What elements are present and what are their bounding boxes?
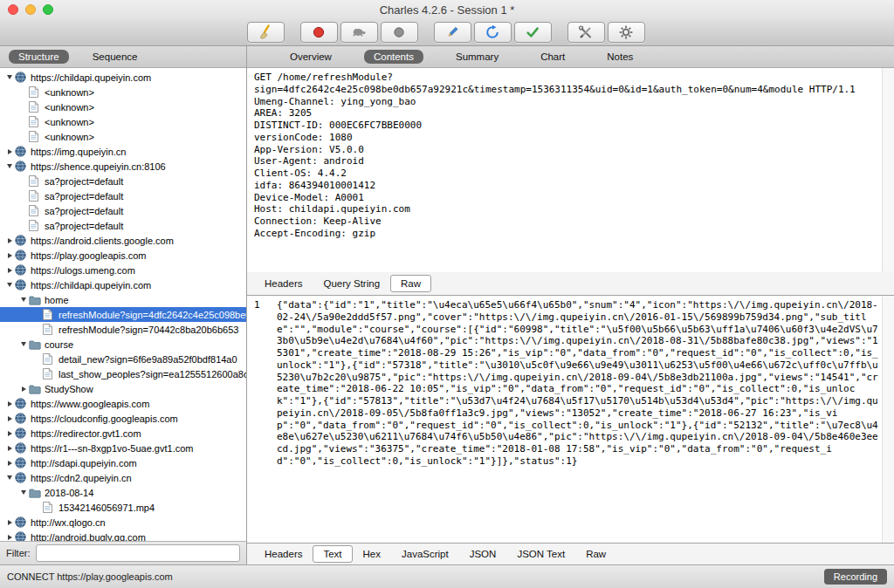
response-tab-raw[interactable]: Raw bbox=[575, 545, 616, 563]
tools-button[interactable] bbox=[567, 22, 605, 43]
tree-item[interactable]: http://android.bugly.qq.com bbox=[0, 530, 246, 541]
main-tab-chart[interactable]: Chart bbox=[531, 50, 574, 64]
request-tab-query-string[interactable]: Query String bbox=[313, 275, 390, 292]
chevron-right-icon[interactable] bbox=[4, 520, 15, 525]
response-tab-hex[interactable]: Hex bbox=[353, 545, 391, 563]
request-tab-headers[interactable]: Headers bbox=[254, 275, 313, 292]
response-pane[interactable]: 1 {"data":{"id":"1","title":"\u4eca\u65e… bbox=[247, 296, 894, 543]
validate-button[interactable] bbox=[514, 22, 552, 43]
chevron-right-icon[interactable] bbox=[4, 268, 15, 273]
tree-item[interactable]: sa?project=default bbox=[0, 188, 246, 203]
tree-item[interactable]: <unknown> bbox=[0, 85, 246, 99]
tree-item[interactable]: https://cdn2.qupeiyin.cn bbox=[0, 470, 246, 485]
sidebar-tab-sequence[interactable]: Sequence bbox=[83, 50, 148, 64]
tree-item[interactable]: 2018-08-14 bbox=[0, 485, 246, 500]
chevron-right-icon[interactable] bbox=[4, 461, 15, 466]
tree-item[interactable]: sa?project=default bbox=[0, 203, 246, 218]
tree-item[interactable]: refreshModule?sign=4dfc2642c4e25c098be0d… bbox=[0, 307, 246, 322]
tree-item[interactable]: sa?project=default bbox=[0, 174, 246, 188]
chevron-right-icon[interactable] bbox=[4, 431, 15, 436]
response-scrollbar[interactable] bbox=[882, 296, 894, 543]
response-tab-json-text[interactable]: JSON Text bbox=[506, 545, 575, 563]
globe-icon bbox=[15, 442, 29, 454]
sidebar-tab-structure[interactable]: Structure bbox=[9, 50, 69, 64]
record-button[interactable] bbox=[300, 22, 338, 43]
line-number-gutter: 1 bbox=[247, 296, 273, 543]
toolbar-buttons bbox=[247, 22, 648, 43]
tree-item[interactable]: StudyShow bbox=[0, 381, 246, 396]
tree-item[interactable]: https://img.qupeiyin.cn bbox=[0, 144, 246, 159]
chevron-right-icon[interactable] bbox=[4, 238, 15, 243]
tree-item[interactable]: http://wx.qlogo.cn bbox=[0, 515, 246, 530]
breakpoints-button[interactable] bbox=[381, 22, 418, 43]
tree-item[interactable]: 15342146056971.mp4 bbox=[0, 500, 246, 515]
tree-item[interactable]: https://shence.qupeiyin.cn:8106 bbox=[0, 159, 246, 174]
chevron-down-icon[interactable] bbox=[18, 490, 29, 495]
tree-item[interactable]: https://r1---sn-8xgp1vo-5uae.gvt1.com bbox=[0, 441, 246, 455]
main-tabs: OverviewContentsSummaryChartNotes bbox=[247, 46, 894, 68]
tree-item-label: home bbox=[43, 295, 69, 305]
tree-item[interactable]: https://cloudconfig.googleapis.com bbox=[0, 411, 246, 426]
chevron-right-icon[interactable] bbox=[4, 446, 15, 451]
chevron-right-icon[interactable] bbox=[4, 416, 15, 421]
request-pane[interactable]: GET /home/refreshModule?sign=4dfc2642c4e… bbox=[247, 68, 894, 272]
main-tab-summary[interactable]: Summary bbox=[446, 50, 508, 64]
tree-item[interactable]: last_show_peoples?sign=ea1255512600a8c bbox=[0, 366, 246, 381]
tree-item[interactable]: <unknown> bbox=[0, 99, 246, 114]
request-scrollbar[interactable] bbox=[882, 68, 894, 272]
chevron-right-icon[interactable] bbox=[4, 401, 15, 407]
compose-button[interactable] bbox=[434, 22, 471, 43]
tree-item[interactable]: https://ulogs.umeng.com bbox=[0, 263, 246, 277]
tree-item[interactable]: <unknown> bbox=[0, 129, 246, 144]
chevron-down-icon[interactable] bbox=[4, 75, 15, 79]
doc-icon bbox=[29, 190, 43, 202]
response-tab-javascript[interactable]: JavaScript bbox=[391, 545, 459, 563]
repeat-button[interactable] bbox=[474, 22, 512, 43]
tree-item[interactable]: https://redirector.gvt1.com bbox=[0, 426, 246, 441]
response-tab-text[interactable]: Text bbox=[313, 545, 352, 563]
tree-item[interactable]: https://android.clients.google.com bbox=[0, 233, 246, 248]
chevron-down-icon[interactable] bbox=[4, 475, 15, 480]
tools-icon bbox=[578, 24, 594, 40]
chevron-down-icon[interactable] bbox=[18, 342, 29, 346]
tree-item[interactable]: https://play.googleapis.com bbox=[0, 248, 246, 263]
tree-item[interactable]: detail_new?sign=6f6e9a89a52f0bdf814a0 bbox=[0, 352, 246, 366]
chevron-right-icon[interactable] bbox=[18, 386, 29, 392]
tree-item[interactable]: https://childapi.qupeiyin.com bbox=[0, 70, 246, 85]
tree-item[interactable]: <unknown> bbox=[0, 114, 246, 129]
close-button[interactable] bbox=[8, 4, 18, 15]
filter-input[interactable] bbox=[36, 544, 241, 562]
chevron-down-icon[interactable] bbox=[18, 297, 29, 302]
request-tree[interactable]: https://childapi.qupeiyin.com<unknown><u… bbox=[0, 68, 246, 541]
tree-item[interactable]: https://childapi.qupeiyin.com bbox=[0, 277, 246, 292]
response-tab-headers[interactable]: Headers bbox=[254, 545, 313, 563]
globe-icon bbox=[15, 516, 29, 528]
settings-button[interactable] bbox=[608, 22, 645, 43]
main-tab-contents[interactable]: Contents bbox=[364, 50, 423, 64]
clear-session-button[interactable] bbox=[247, 22, 285, 43]
doc-icon bbox=[29, 175, 43, 187]
tree-item[interactable]: course bbox=[0, 337, 246, 352]
tree-item[interactable]: refreshModule?sign=70442c8ba20b6b653 bbox=[0, 322, 246, 337]
minimize-button[interactable] bbox=[25, 4, 36, 15]
tree-item[interactable]: home bbox=[0, 292, 246, 307]
tree-item-label: https://childapi.qupeiyin.com bbox=[29, 72, 151, 83]
globe-icon bbox=[15, 427, 29, 439]
sidebar-tabs: StructureSequence bbox=[0, 46, 246, 68]
chevron-right-icon[interactable] bbox=[4, 535, 15, 540]
tree-item[interactable]: https://www.googleapis.com bbox=[0, 396, 246, 411]
throttle-button[interactable] bbox=[340, 22, 378, 43]
request-tab-raw[interactable]: Raw bbox=[390, 275, 431, 292]
chevron-down-icon[interactable] bbox=[4, 164, 15, 168]
chevron-right-icon[interactable] bbox=[4, 253, 15, 258]
main-tab-notes[interactable]: Notes bbox=[597, 50, 643, 64]
chevron-down-icon[interactable] bbox=[4, 283, 15, 287]
tree-item[interactable]: http://sdapi.qupeiyin.com bbox=[0, 455, 246, 470]
chevron-right-icon[interactable] bbox=[4, 149, 15, 154]
main-tab-overview[interactable]: Overview bbox=[280, 50, 341, 64]
tree-item[interactable]: sa?project=default bbox=[0, 218, 246, 233]
zoom-button[interactable] bbox=[43, 4, 53, 15]
response-tab-json[interactable]: JSON bbox=[459, 545, 507, 563]
tree-item-label: https://childapi.qupeiyin.com bbox=[29, 280, 151, 291]
recording-badge[interactable]: Recording bbox=[824, 569, 887, 585]
